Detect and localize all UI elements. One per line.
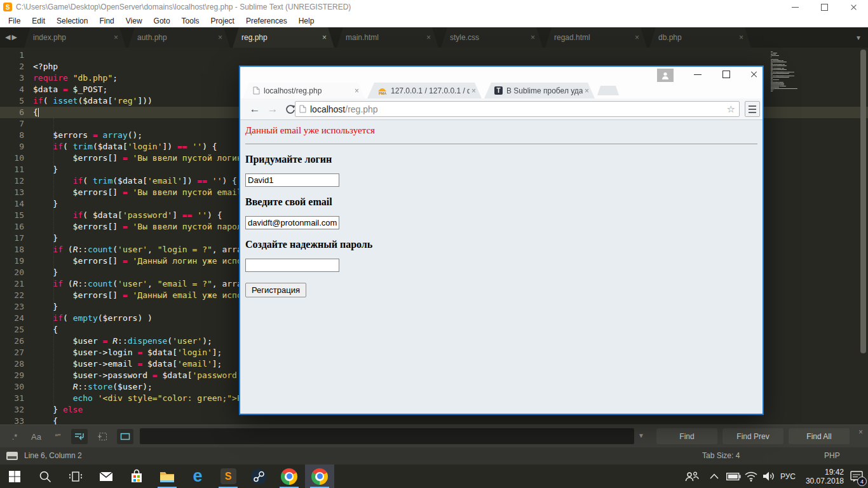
whole-word-toggle[interactable]: “” xyxy=(50,429,66,444)
menu-help[interactable]: Help xyxy=(293,17,320,25)
register-button[interactable]: Регистрация xyxy=(245,283,306,297)
close-icon[interactable]: × xyxy=(528,33,538,42)
browser-tab-phpmyadmin[interactable]: PMA 127.0.0.1 / 127.0.0.1 / davi× xyxy=(367,83,482,98)
clock[interactable]: 19:42 30.07.2018 xyxy=(799,464,844,488)
sublime-restore-button[interactable] xyxy=(810,0,839,14)
sublime-close-button[interactable] xyxy=(839,0,868,14)
menu-tools[interactable]: Tools xyxy=(176,17,205,25)
tray-expand-button[interactable] xyxy=(705,464,723,488)
minimap[interactable] xyxy=(771,50,824,92)
steam-button[interactable] xyxy=(244,464,273,488)
error-message: Данный email уже используется xyxy=(245,125,757,136)
browser-tab-reg[interactable]: localhost/reg.php× xyxy=(243,83,365,98)
close-icon[interactable]: × xyxy=(111,33,121,42)
bookmark-star-icon[interactable]: ☆ xyxy=(727,104,735,115)
find-input[interactable] xyxy=(140,428,634,444)
tab-overflow-dropdown[interactable]: ▼ xyxy=(855,34,862,41)
password-field[interactable] xyxy=(245,259,339,272)
chrome-taskbar-button[interactable] xyxy=(275,464,304,488)
sublime-tabbar: ◀▶ index.php× auth.php× reg.php× main.ht… xyxy=(0,27,868,48)
wrap-toggle[interactable] xyxy=(71,429,88,444)
profile-avatar[interactable] xyxy=(657,69,674,82)
find-all-button[interactable]: Find All xyxy=(789,428,850,444)
browser-tab-toster[interactable]: T В Sublime пробел удаляе× xyxy=(484,83,595,98)
volume-tray-icon[interactable] xyxy=(760,464,778,488)
close-icon[interactable]: × xyxy=(320,33,329,42)
address-bar[interactable]: localhost/reg.php ☆ xyxy=(295,101,740,117)
close-icon[interactable]: × xyxy=(424,33,433,42)
chrome-tabstrip: localhost/reg.php× PMA 127.0.0.1 / 127.0… xyxy=(240,83,763,98)
mail-button[interactable] xyxy=(92,464,121,488)
chrome-titlebar[interactable] xyxy=(240,67,763,83)
tab-size-indicator[interactable]: Tab Size: 4 xyxy=(702,451,740,460)
find-history-dropdown[interactable]: ▼ xyxy=(638,432,644,439)
close-icon[interactable]: × xyxy=(736,33,746,42)
menu-goto[interactable]: Goto xyxy=(148,17,176,25)
find-panel-close-button[interactable]: × xyxy=(858,428,863,437)
chrome-icon xyxy=(281,468,297,485)
menu-edit[interactable]: Edit xyxy=(26,17,51,25)
start-button[interactable] xyxy=(0,464,29,488)
maximize-icon xyxy=(722,71,730,78)
chrome-close-button[interactable] xyxy=(741,67,766,82)
forward-button[interactable]: → xyxy=(264,101,281,118)
email-field[interactable] xyxy=(245,216,339,229)
chrome-menu-button[interactable] xyxy=(745,101,760,117)
editor-tab-reg-php[interactable]: reg.php× xyxy=(233,27,334,48)
editor-tab-regad-html[interactable]: regad.html× xyxy=(545,27,647,48)
store-button[interactable] xyxy=(122,464,151,488)
menu-find[interactable]: Find xyxy=(93,17,119,25)
new-tab-button[interactable] xyxy=(597,86,619,95)
notification-badge: 4 xyxy=(857,477,867,486)
task-view-button[interactable] xyxy=(61,464,90,488)
edge-button[interactable]: e xyxy=(183,464,212,488)
menu-view[interactable]: View xyxy=(120,17,148,25)
editor-tab-db-php[interactable]: db.php× xyxy=(649,27,751,48)
menu-preferences[interactable]: Preferences xyxy=(240,17,293,25)
wifi-tray-icon[interactable] xyxy=(742,464,760,488)
code-line: 33 { xyxy=(0,416,868,424)
menu-selection[interactable]: Selection xyxy=(51,17,93,25)
close-icon[interactable]: × xyxy=(632,33,642,42)
chrome-icon xyxy=(311,468,328,485)
sublime-minimize-button[interactable] xyxy=(780,0,810,14)
menu-project[interactable]: Project xyxy=(205,17,240,25)
search-button[interactable] xyxy=(31,464,60,488)
tab-scroll-arrows[interactable]: ◀▶ xyxy=(5,33,18,41)
editor-tab-main-html[interactable]: main.html× xyxy=(337,27,438,48)
editor-tab-style-css[interactable]: style.css× xyxy=(441,27,543,48)
close-icon[interactable]: × xyxy=(353,86,361,95)
back-button[interactable]: ← xyxy=(247,101,263,118)
editor-scrollbar[interactable] xyxy=(860,50,866,353)
phpmyadmin-icon: PMA xyxy=(377,86,387,95)
sublime-icon: S xyxy=(220,468,236,484)
panel-toggle-icon[interactable] xyxy=(6,452,18,460)
close-icon xyxy=(850,4,857,11)
find-prev-button[interactable]: Find Prev xyxy=(722,428,783,444)
close-icon[interactable]: × xyxy=(215,33,225,42)
in-selection-toggle[interactable] xyxy=(94,429,111,444)
indent-guide xyxy=(53,118,54,423)
battery-tray-icon[interactable] xyxy=(724,464,742,488)
sublime-menubar: File Edit Selection Find View Goto Tools… xyxy=(0,14,868,27)
login-field[interactable] xyxy=(245,173,339,187)
syntax-indicator[interactable]: PHP xyxy=(824,451,840,460)
case-sensitive-toggle[interactable]: Aa xyxy=(28,429,44,444)
chrome-active-taskbar-button[interactable] xyxy=(305,464,334,488)
file-explorer-button[interactable] xyxy=(153,464,182,488)
sublime-taskbar-button[interactable]: S xyxy=(214,464,243,488)
find-button[interactable]: Find xyxy=(656,428,717,444)
editor-tab-auth-php[interactable]: auth.php× xyxy=(128,27,230,48)
language-indicator[interactable]: РУС xyxy=(776,464,799,488)
highlight-matches-toggle[interactable] xyxy=(117,429,133,444)
chrome-maximize-button[interactable] xyxy=(714,67,739,82)
editor-tab-index-php[interactable]: index.php× xyxy=(24,27,126,48)
close-icon[interactable]: × xyxy=(470,86,478,95)
regex-toggle[interactable]: .* xyxy=(6,429,23,444)
chrome-minimize-button[interactable] xyxy=(685,67,710,82)
close-icon[interactable]: × xyxy=(583,86,591,95)
action-center-button[interactable]: 4 xyxy=(845,464,868,488)
people-tray-button[interactable] xyxy=(681,464,703,488)
speaker-icon xyxy=(763,471,775,482)
menu-file[interactable]: File xyxy=(3,17,26,25)
